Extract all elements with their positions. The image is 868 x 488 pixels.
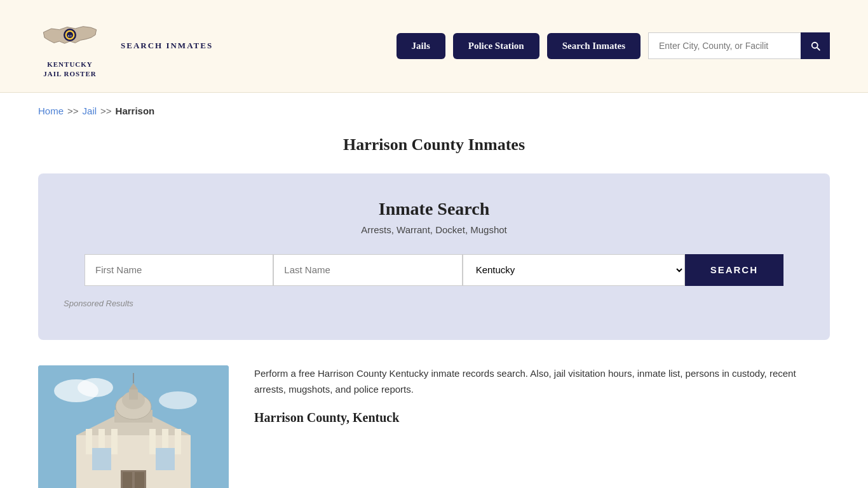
header-search-button[interactable]: [801, 32, 830, 59]
header: KY KENTUCKY JAIL ROSTER SEARCH INMATES J…: [0, 0, 868, 93]
svg-rect-16: [86, 429, 92, 454]
search-section-subtitle: Arrests, Warrant, Docket, Mugshot: [64, 224, 804, 235]
logo-area: KY KENTUCKY JAIL ROSTER: [38, 13, 102, 79]
svg-rect-13: [129, 390, 138, 400]
courthouse-image: [38, 365, 229, 488]
inmate-search-form: AlabamaAlaskaArizonaArkansasCaliforniaCo…: [85, 254, 783, 286]
breadcrumb-sep-2: >>: [100, 105, 112, 116]
search-section-title: Inmate Search: [64, 199, 804, 219]
page-title: Harrison County Inmates: [38, 135, 830, 154]
search-inmates-nav-button[interactable]: Search Inmates: [547, 33, 641, 59]
page-title-area: Harrison County Inmates: [0, 129, 868, 173]
content-paragraph: Perform a free Harrison County Kentucky …: [254, 365, 830, 398]
courthouse-svg: [38, 365, 229, 488]
first-name-input[interactable]: [85, 254, 273, 286]
site-title: SEARCH INMATES: [121, 41, 213, 51]
inmate-search-section: Inmate Search Arrests, Warrant, Docket, …: [38, 173, 830, 340]
svg-rect-18: [111, 429, 118, 454]
breadcrumb-home[interactable]: Home: [38, 105, 64, 116]
header-search-input[interactable]: [648, 32, 801, 59]
kentucky-map-icon: KY: [38, 13, 102, 57]
jails-nav-button[interactable]: Jails: [397, 33, 445, 59]
svg-point-6: [78, 378, 113, 397]
svg-rect-19: [149, 429, 156, 454]
breadcrumb-area: Home >> Jail >> Harrison: [0, 93, 868, 129]
content-section: Perform a free Harrison County Kentucky …: [0, 365, 868, 488]
sponsored-label: Sponsored Results: [64, 299, 804, 308]
svg-rect-22: [92, 448, 111, 470]
header-left: KY KENTUCKY JAIL ROSTER SEARCH INMATES: [38, 13, 213, 79]
svg-rect-23: [156, 448, 175, 470]
search-form-button[interactable]: SEARCH: [685, 254, 783, 286]
breadcrumb: Home >> Jail >> Harrison: [38, 105, 830, 116]
breadcrumb-jail[interactable]: Jail: [83, 105, 97, 116]
last-name-input[interactable]: [273, 254, 462, 286]
svg-text:KY: KY: [67, 34, 72, 37]
header-nav: Jails Police Station Search Inmates: [397, 32, 830, 59]
content-subtitle: Harrison County, Kentuck: [254, 410, 830, 425]
breadcrumb-sep-1: >>: [67, 105, 79, 116]
state-select[interactable]: AlabamaAlaskaArizonaArkansasCaliforniaCo…: [463, 254, 685, 286]
svg-rect-21: [175, 429, 181, 454]
svg-rect-25: [123, 472, 132, 488]
svg-rect-26: [135, 472, 144, 488]
police-station-nav-button[interactable]: Police Station: [453, 33, 539, 59]
search-icon: [810, 40, 821, 51]
logo-text: KENTUCKY JAIL ROSTER: [43, 60, 96, 79]
header-search-bar: [648, 32, 830, 59]
breadcrumb-current: Harrison: [116, 105, 155, 116]
svg-point-7: [159, 391, 197, 409]
content-text: Perform a free Harrison County Kentucky …: [254, 365, 830, 425]
